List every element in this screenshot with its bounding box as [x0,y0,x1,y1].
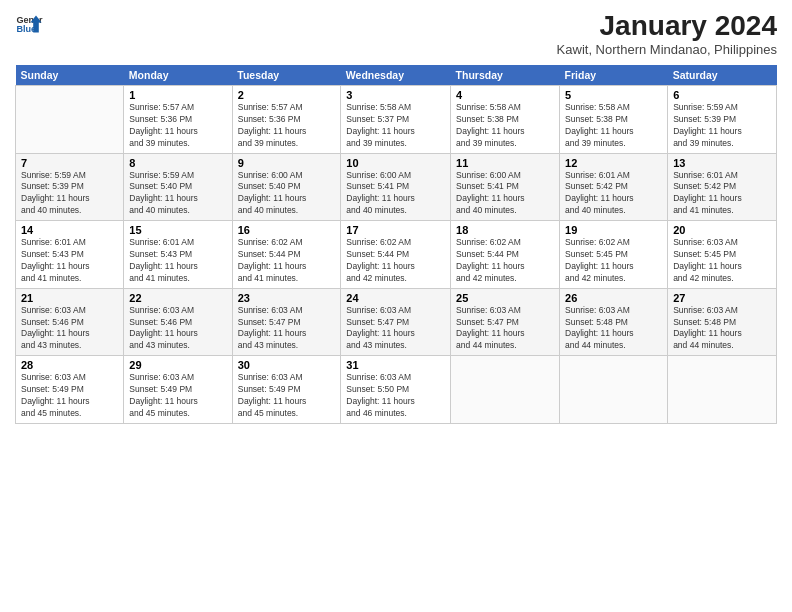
calendar-cell: 28Sunrise: 6:03 AM Sunset: 5:49 PM Dayli… [16,356,124,424]
calendar-week-4: 21Sunrise: 6:03 AM Sunset: 5:46 PM Dayli… [16,288,777,356]
calendar-cell: 4Sunrise: 5:58 AM Sunset: 5:38 PM Daylig… [451,86,560,154]
calendar-cell: 26Sunrise: 6:03 AM Sunset: 5:48 PM Dayli… [560,288,668,356]
day-info: Sunrise: 6:02 AM Sunset: 5:44 PM Dayligh… [346,237,445,285]
day-info: Sunrise: 6:02 AM Sunset: 5:44 PM Dayligh… [238,237,336,285]
day-number: 24 [346,292,445,304]
day-info: Sunrise: 6:03 AM Sunset: 5:48 PM Dayligh… [565,305,662,353]
calendar-week-5: 28Sunrise: 6:03 AM Sunset: 5:49 PM Dayli… [16,356,777,424]
day-number: 11 [456,157,554,169]
day-number: 13 [673,157,771,169]
calendar-cell: 15Sunrise: 6:01 AM Sunset: 5:43 PM Dayli… [124,221,232,289]
day-number: 5 [565,89,662,101]
day-info: Sunrise: 6:00 AM Sunset: 5:41 PM Dayligh… [456,170,554,218]
calendar-cell: 1Sunrise: 5:57 AM Sunset: 5:36 PM Daylig… [124,86,232,154]
calendar-cell: 14Sunrise: 6:01 AM Sunset: 5:43 PM Dayli… [16,221,124,289]
day-number: 3 [346,89,445,101]
day-number: 4 [456,89,554,101]
day-info: Sunrise: 6:03 AM Sunset: 5:46 PM Dayligh… [129,305,226,353]
day-number: 14 [21,224,118,236]
calendar-cell: 12Sunrise: 6:01 AM Sunset: 5:42 PM Dayli… [560,153,668,221]
calendar-header-monday: Monday [124,65,232,86]
calendar-cell: 27Sunrise: 6:03 AM Sunset: 5:48 PM Dayli… [668,288,777,356]
calendar-cell: 22Sunrise: 6:03 AM Sunset: 5:46 PM Dayli… [124,288,232,356]
day-number: 7 [21,157,118,169]
calendar-cell: 16Sunrise: 6:02 AM Sunset: 5:44 PM Dayli… [232,221,341,289]
day-number: 6 [673,89,771,101]
day-info: Sunrise: 6:03 AM Sunset: 5:49 PM Dayligh… [21,372,118,420]
day-number: 17 [346,224,445,236]
calendar-cell: 17Sunrise: 6:02 AM Sunset: 5:44 PM Dayli… [341,221,451,289]
day-info: Sunrise: 6:02 AM Sunset: 5:45 PM Dayligh… [565,237,662,285]
day-info: Sunrise: 6:03 AM Sunset: 5:45 PM Dayligh… [673,237,771,285]
day-info: Sunrise: 6:01 AM Sunset: 5:42 PM Dayligh… [673,170,771,218]
day-number: 19 [565,224,662,236]
day-info: Sunrise: 6:03 AM Sunset: 5:50 PM Dayligh… [346,372,445,420]
day-info: Sunrise: 6:03 AM Sunset: 5:47 PM Dayligh… [456,305,554,353]
calendar-header-sunday: Sunday [16,65,124,86]
calendar-header-row: SundayMondayTuesdayWednesdayThursdayFrid… [16,65,777,86]
calendar-cell [16,86,124,154]
calendar-cell: 30Sunrise: 6:03 AM Sunset: 5:49 PM Dayli… [232,356,341,424]
calendar-week-3: 14Sunrise: 6:01 AM Sunset: 5:43 PM Dayli… [16,221,777,289]
page-title: January 2024 [557,10,777,42]
logo: General Blue [15,10,47,38]
calendar-cell: 18Sunrise: 6:02 AM Sunset: 5:44 PM Dayli… [451,221,560,289]
day-info: Sunrise: 6:02 AM Sunset: 5:44 PM Dayligh… [456,237,554,285]
calendar-table: SundayMondayTuesdayWednesdayThursdayFrid… [15,65,777,424]
calendar-header-wednesday: Wednesday [341,65,451,86]
day-number: 21 [21,292,118,304]
day-number: 1 [129,89,226,101]
page: General Blue January 2024 Kawit, Norther… [0,0,792,612]
calendar-cell: 8Sunrise: 5:59 AM Sunset: 5:40 PM Daylig… [124,153,232,221]
calendar-cell: 11Sunrise: 6:00 AM Sunset: 5:41 PM Dayli… [451,153,560,221]
calendar-cell: 5Sunrise: 5:58 AM Sunset: 5:38 PM Daylig… [560,86,668,154]
day-number: 29 [129,359,226,371]
calendar-cell: 3Sunrise: 5:58 AM Sunset: 5:37 PM Daylig… [341,86,451,154]
svg-text:Blue: Blue [16,24,36,34]
day-number: 10 [346,157,445,169]
calendar-cell: 23Sunrise: 6:03 AM Sunset: 5:47 PM Dayli… [232,288,341,356]
calendar-cell [451,356,560,424]
calendar-header-friday: Friday [560,65,668,86]
day-info: Sunrise: 5:59 AM Sunset: 5:40 PM Dayligh… [129,170,226,218]
day-info: Sunrise: 6:00 AM Sunset: 5:41 PM Dayligh… [346,170,445,218]
calendar-cell: 13Sunrise: 6:01 AM Sunset: 5:42 PM Dayli… [668,153,777,221]
day-info: Sunrise: 6:03 AM Sunset: 5:48 PM Dayligh… [673,305,771,353]
day-number: 27 [673,292,771,304]
header: General Blue January 2024 Kawit, Norther… [15,10,777,57]
day-number: 23 [238,292,336,304]
calendar-cell: 2Sunrise: 5:57 AM Sunset: 5:36 PM Daylig… [232,86,341,154]
day-number: 2 [238,89,336,101]
calendar-header-thursday: Thursday [451,65,560,86]
day-number: 18 [456,224,554,236]
calendar-week-2: 7Sunrise: 5:59 AM Sunset: 5:39 PM Daylig… [16,153,777,221]
day-info: Sunrise: 6:03 AM Sunset: 5:49 PM Dayligh… [238,372,336,420]
day-info: Sunrise: 6:03 AM Sunset: 5:47 PM Dayligh… [238,305,336,353]
day-info: Sunrise: 5:57 AM Sunset: 5:36 PM Dayligh… [129,102,226,150]
day-info: Sunrise: 5:57 AM Sunset: 5:36 PM Dayligh… [238,102,336,150]
day-info: Sunrise: 5:58 AM Sunset: 5:38 PM Dayligh… [565,102,662,150]
calendar-cell: 20Sunrise: 6:03 AM Sunset: 5:45 PM Dayli… [668,221,777,289]
day-info: Sunrise: 6:00 AM Sunset: 5:40 PM Dayligh… [238,170,336,218]
day-number: 25 [456,292,554,304]
day-number: 16 [238,224,336,236]
day-number: 31 [346,359,445,371]
day-number: 8 [129,157,226,169]
day-number: 22 [129,292,226,304]
day-info: Sunrise: 6:01 AM Sunset: 5:42 PM Dayligh… [565,170,662,218]
day-number: 9 [238,157,336,169]
day-info: Sunrise: 6:01 AM Sunset: 5:43 PM Dayligh… [129,237,226,285]
calendar-week-1: 1Sunrise: 5:57 AM Sunset: 5:36 PM Daylig… [16,86,777,154]
page-subtitle: Kawit, Northern Mindanao, Philippines [557,42,777,57]
calendar-cell: 9Sunrise: 6:00 AM Sunset: 5:40 PM Daylig… [232,153,341,221]
calendar-cell: 7Sunrise: 5:59 AM Sunset: 5:39 PM Daylig… [16,153,124,221]
logo-icon: General Blue [15,10,43,38]
day-info: Sunrise: 5:58 AM Sunset: 5:38 PM Dayligh… [456,102,554,150]
day-number: 30 [238,359,336,371]
day-info: Sunrise: 6:03 AM Sunset: 5:49 PM Dayligh… [129,372,226,420]
day-number: 12 [565,157,662,169]
day-number: 28 [21,359,118,371]
day-info: Sunrise: 5:59 AM Sunset: 5:39 PM Dayligh… [21,170,118,218]
day-info: Sunrise: 6:01 AM Sunset: 5:43 PM Dayligh… [21,237,118,285]
calendar-cell [560,356,668,424]
